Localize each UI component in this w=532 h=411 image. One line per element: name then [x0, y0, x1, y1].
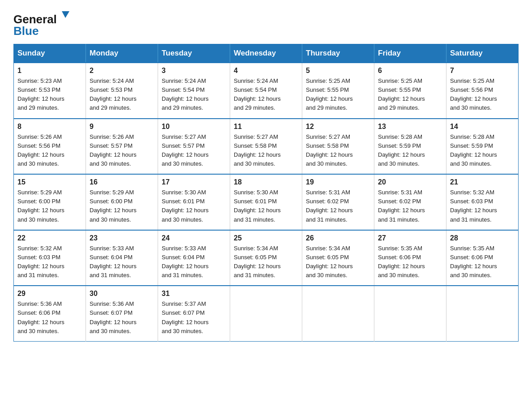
- day-number: 15: [17, 178, 82, 186]
- day-info: Sunrise: 5:27 AM Sunset: 5:58 PM Dayligh…: [234, 133, 298, 169]
- calendar-cell: 29 Sunrise: 5:36 AM Sunset: 6:06 PM Dayl…: [14, 286, 86, 341]
- day-info: Sunrise: 5:27 AM Sunset: 5:58 PM Dayligh…: [306, 133, 370, 169]
- svg-text:Blue: Blue: [13, 24, 39, 36]
- calendar-week-1: 1 Sunrise: 5:23 AM Sunset: 5:53 PM Dayli…: [14, 63, 519, 119]
- calendar-cell: 30 Sunrise: 5:36 AM Sunset: 6:07 PM Dayl…: [86, 286, 158, 341]
- calendar-cell: 13 Sunrise: 5:28 AM Sunset: 5:59 PM Dayl…: [374, 119, 446, 175]
- day-info: Sunrise: 5:31 AM Sunset: 6:02 PM Dayligh…: [306, 188, 370, 224]
- day-number: 5: [306, 67, 370, 75]
- calendar-week-3: 15 Sunrise: 5:29 AM Sunset: 6:00 PM Dayl…: [14, 174, 519, 230]
- day-info: Sunrise: 5:26 AM Sunset: 5:57 PM Dayligh…: [90, 133, 154, 169]
- day-number: 4: [234, 67, 298, 75]
- calendar-cell: 1 Sunrise: 5:23 AM Sunset: 5:53 PM Dayli…: [14, 63, 86, 119]
- day-number: 29: [17, 290, 82, 298]
- day-info: Sunrise: 5:31 AM Sunset: 6:02 PM Dayligh…: [378, 188, 442, 224]
- day-info: Sunrise: 5:26 AM Sunset: 5:56 PM Dayligh…: [17, 133, 82, 169]
- calendar-cell: 14 Sunrise: 5:28 AM Sunset: 5:59 PM Dayl…: [446, 119, 519, 175]
- svg-marker-1: [62, 11, 69, 18]
- day-info: Sunrise: 5:33 AM Sunset: 6:04 PM Dayligh…: [162, 244, 226, 280]
- page-header: General Blue: [13, 9, 519, 36]
- calendar-cell: 5 Sunrise: 5:25 AM Sunset: 5:55 PM Dayli…: [302, 63, 374, 119]
- col-header-monday: Monday: [86, 44, 158, 63]
- day-info: Sunrise: 5:36 AM Sunset: 6:06 PM Dayligh…: [17, 300, 82, 336]
- day-info: Sunrise: 5:25 AM Sunset: 5:55 PM Dayligh…: [378, 77, 442, 113]
- calendar-week-2: 8 Sunrise: 5:26 AM Sunset: 5:56 PM Dayli…: [14, 119, 519, 175]
- calendar-cell: 2 Sunrise: 5:24 AM Sunset: 5:53 PM Dayli…: [86, 63, 158, 119]
- day-number: 11: [234, 123, 298, 131]
- calendar-cell: [230, 286, 302, 341]
- calendar-cell: [302, 286, 374, 341]
- day-number: 12: [306, 123, 370, 131]
- day-number: 20: [378, 178, 442, 186]
- day-number: 31: [162, 290, 226, 298]
- calendar-week-5: 29 Sunrise: 5:36 AM Sunset: 6:06 PM Dayl…: [14, 286, 519, 341]
- calendar-cell: 18 Sunrise: 5:30 AM Sunset: 6:01 PM Dayl…: [230, 174, 302, 230]
- calendar-cell: 31 Sunrise: 5:37 AM Sunset: 6:07 PM Dayl…: [158, 286, 230, 341]
- day-number: 17: [162, 178, 226, 186]
- day-number: 6: [378, 67, 442, 75]
- day-info: Sunrise: 5:37 AM Sunset: 6:07 PM Dayligh…: [162, 300, 226, 336]
- day-info: Sunrise: 5:30 AM Sunset: 6:01 PM Dayligh…: [234, 188, 298, 224]
- day-info: Sunrise: 5:28 AM Sunset: 5:59 PM Dayligh…: [378, 133, 442, 169]
- day-number: 21: [450, 178, 515, 186]
- day-info: Sunrise: 5:28 AM Sunset: 5:59 PM Dayligh…: [450, 133, 515, 169]
- calendar-cell: 17 Sunrise: 5:30 AM Sunset: 6:01 PM Dayl…: [158, 174, 230, 230]
- calendar-cell: 24 Sunrise: 5:33 AM Sunset: 6:04 PM Dayl…: [158, 230, 230, 286]
- day-info: Sunrise: 5:23 AM Sunset: 5:53 PM Dayligh…: [17, 77, 82, 113]
- day-info: Sunrise: 5:29 AM Sunset: 6:00 PM Dayligh…: [90, 188, 154, 224]
- calendar-cell: 12 Sunrise: 5:27 AM Sunset: 5:58 PM Dayl…: [302, 119, 374, 175]
- day-number: 3: [162, 67, 226, 75]
- col-header-sunday: Sunday: [14, 44, 86, 63]
- day-info: Sunrise: 5:34 AM Sunset: 6:05 PM Dayligh…: [234, 244, 298, 280]
- day-number: 25: [234, 234, 298, 242]
- day-number: 22: [17, 234, 82, 242]
- day-info: Sunrise: 5:27 AM Sunset: 5:57 PM Dayligh…: [162, 133, 226, 169]
- col-header-saturday: Saturday: [446, 44, 519, 63]
- calendar-cell: 6 Sunrise: 5:25 AM Sunset: 5:55 PM Dayli…: [374, 63, 446, 119]
- day-info: Sunrise: 5:25 AM Sunset: 5:55 PM Dayligh…: [306, 77, 370, 113]
- day-info: Sunrise: 5:33 AM Sunset: 6:04 PM Dayligh…: [90, 244, 154, 280]
- calendar-cell: 21 Sunrise: 5:32 AM Sunset: 6:03 PM Dayl…: [446, 174, 519, 230]
- day-number: 16: [90, 178, 154, 186]
- logo-icon: General Blue: [13, 9, 72, 36]
- day-info: Sunrise: 5:36 AM Sunset: 6:07 PM Dayligh…: [90, 300, 154, 336]
- day-number: 7: [450, 67, 515, 75]
- day-number: 8: [17, 123, 82, 131]
- day-info: Sunrise: 5:35 AM Sunset: 6:06 PM Dayligh…: [450, 244, 515, 280]
- calendar-cell: 10 Sunrise: 5:27 AM Sunset: 5:57 PM Dayl…: [158, 119, 230, 175]
- day-number: 18: [234, 178, 298, 186]
- calendar-cell: 9 Sunrise: 5:26 AM Sunset: 5:57 PM Dayli…: [86, 119, 158, 175]
- calendar-header-row: SundayMondayTuesdayWednesdayThursdayFrid…: [14, 44, 519, 63]
- col-header-thursday: Thursday: [302, 44, 374, 63]
- day-number: 13: [378, 123, 442, 131]
- day-info: Sunrise: 5:29 AM Sunset: 6:00 PM Dayligh…: [17, 188, 82, 224]
- calendar-cell: [374, 286, 446, 341]
- day-number: 14: [450, 123, 515, 131]
- col-header-wednesday: Wednesday: [230, 44, 302, 63]
- calendar-cell: 19 Sunrise: 5:31 AM Sunset: 6:02 PM Dayl…: [302, 174, 374, 230]
- day-number: 27: [378, 234, 442, 242]
- calendar-cell: 20 Sunrise: 5:31 AM Sunset: 6:02 PM Dayl…: [374, 174, 446, 230]
- day-number: 9: [90, 123, 154, 131]
- day-number: 10: [162, 123, 226, 131]
- day-info: Sunrise: 5:24 AM Sunset: 5:54 PM Dayligh…: [234, 77, 298, 113]
- calendar-cell: 11 Sunrise: 5:27 AM Sunset: 5:58 PM Dayl…: [230, 119, 302, 175]
- calendar-cell: 16 Sunrise: 5:29 AM Sunset: 6:00 PM Dayl…: [86, 174, 158, 230]
- calendar-cell: 22 Sunrise: 5:32 AM Sunset: 6:03 PM Dayl…: [14, 230, 86, 286]
- col-header-tuesday: Tuesday: [158, 44, 230, 63]
- calendar-cell: [446, 286, 519, 341]
- day-number: 1: [17, 67, 82, 75]
- calendar-cell: 25 Sunrise: 5:34 AM Sunset: 6:05 PM Dayl…: [230, 230, 302, 286]
- day-number: 24: [162, 234, 226, 242]
- calendar-cell: 26 Sunrise: 5:34 AM Sunset: 6:05 PM Dayl…: [302, 230, 374, 286]
- day-number: 26: [306, 234, 370, 242]
- logo: General Blue: [13, 9, 72, 36]
- calendar-cell: 28 Sunrise: 5:35 AM Sunset: 6:06 PM Dayl…: [446, 230, 519, 286]
- day-number: 30: [90, 290, 154, 298]
- day-info: Sunrise: 5:32 AM Sunset: 6:03 PM Dayligh…: [17, 244, 82, 280]
- day-info: Sunrise: 5:25 AM Sunset: 5:56 PM Dayligh…: [450, 77, 515, 113]
- calendar-cell: 8 Sunrise: 5:26 AM Sunset: 5:56 PM Dayli…: [14, 119, 86, 175]
- calendar-cell: 23 Sunrise: 5:33 AM Sunset: 6:04 PM Dayl…: [86, 230, 158, 286]
- day-info: Sunrise: 5:35 AM Sunset: 6:06 PM Dayligh…: [378, 244, 442, 280]
- calendar-week-4: 22 Sunrise: 5:32 AM Sunset: 6:03 PM Dayl…: [14, 230, 519, 286]
